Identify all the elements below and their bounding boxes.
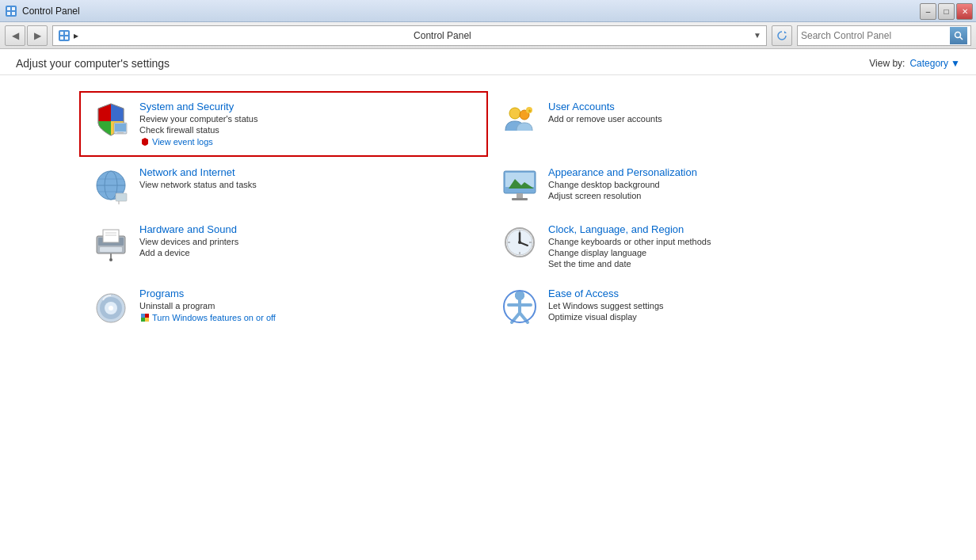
svg-line-12 (960, 36, 963, 40)
system-security-link[interactable]: View event logs (139, 136, 257, 147)
refresh-button[interactable] (772, 25, 792, 46)
svg-rect-4 (12, 12, 15, 15)
category-network[interactable]: Network and Internet View network status… (79, 157, 488, 214)
svg-point-20 (509, 108, 520, 119)
address-section[interactable]: ▸ Control Panel ▼ (52, 25, 767, 46)
clock-icon (501, 223, 539, 261)
category-clock[interactable]: Clock, Language, and Region Change keybo… (488, 214, 897, 278)
content-header: Adjust your computer's settings View by:… (0, 49, 976, 75)
svg-rect-59 (141, 314, 145, 318)
system-security-desc1[interactable]: Review your computer's status (139, 114, 257, 124)
svg-rect-62 (145, 318, 149, 322)
address-bar-icon (58, 29, 71, 42)
windows-features-icon (139, 312, 151, 323)
network-icon (92, 166, 130, 204)
clock-text: Clock, Language, and Region Change keybo… (548, 223, 711, 269)
system-security-desc2[interactable]: Check firewall status (139, 125, 257, 135)
clock-desc3[interactable]: Set the time and date (548, 259, 711, 269)
user-accounts-title[interactable]: User Accounts (548, 101, 662, 112)
clock-desc2[interactable]: Change display language (548, 248, 711, 257)
network-title[interactable]: Network and Internet (139, 166, 257, 178)
svg-text:★: ★ (528, 109, 532, 113)
clock-title[interactable]: Clock, Language, and Region (548, 223, 711, 235)
hardware-desc2[interactable]: Add a device (139, 248, 238, 257)
ease-of-access-desc1[interactable]: Let Windows suggest settings (548, 301, 664, 310)
ease-of-access-icon (501, 288, 539, 326)
hardware-icon (92, 223, 130, 261)
user-accounts-icon: ★ (501, 101, 539, 139)
window-title: Control Panel (22, 6, 80, 17)
view-event-logs-icon (139, 136, 151, 147)
category-hardware[interactable]: Hardware and Sound View devices and prin… (79, 214, 488, 278)
svg-rect-39 (100, 247, 122, 252)
view-by: View by: Category ▼ (869, 58, 960, 69)
maximize-button[interactable]: □ (938, 3, 955, 20)
svg-point-58 (109, 306, 113, 310)
ease-of-access-title[interactable]: Ease of Access (548, 288, 664, 299)
svg-point-11 (955, 32, 961, 37)
window-controls: – □ ✕ (920, 3, 973, 20)
title-bar: Control Panel – □ ✕ (0, 0, 976, 22)
programs-link[interactable]: Turn Windows features on or off (139, 312, 276, 323)
programs-text: Programs Uninstall a program Turn Window… (139, 288, 276, 323)
category-appearance[interactable]: Appearance and Personalization Change de… (488, 157, 897, 214)
svg-point-50 (518, 241, 521, 244)
address-control-panel: Control Panel (414, 30, 750, 41)
appearance-desc1[interactable]: Change desktop background (548, 180, 697, 189)
svg-rect-15 (98, 121, 111, 139)
programs-icon (92, 288, 130, 326)
search-button[interactable] (950, 27, 967, 44)
main-content: Adjust your computer's settings View by:… (0, 49, 976, 560)
svg-rect-60 (145, 314, 149, 318)
view-by-arrow: ▼ (951, 58, 960, 69)
view-by-dropdown[interactable]: Category ▼ (909, 58, 960, 69)
adjust-settings-label: Adjust your computer's settings (16, 57, 170, 70)
appearance-title[interactable]: Appearance and Personalization (548, 166, 697, 178)
clock-desc1[interactable]: Change keyboards or other input methods (548, 237, 711, 246)
svg-rect-19 (117, 132, 124, 134)
user-accounts-desc1[interactable]: Add or remove user accounts (548, 114, 662, 124)
system-security-icon (92, 101, 130, 139)
svg-rect-3 (7, 12, 10, 15)
category-system-security[interactable]: System and Security Review your computer… (79, 91, 488, 157)
hardware-desc1[interactable]: View devices and printers (139, 237, 238, 246)
svg-rect-18 (115, 124, 126, 131)
close-button[interactable]: ✕ (956, 3, 973, 20)
category-user-accounts[interactable]: ★ User Accounts Add or remove user accou… (488, 91, 897, 157)
svg-rect-2 (12, 7, 15, 10)
address-dropdown-arrow[interactable]: ▼ (753, 31, 761, 40)
appearance-text: Appearance and Personalization Change de… (548, 166, 697, 200)
network-text: Network and Internet View network status… (139, 166, 257, 189)
programs-title[interactable]: Programs (139, 288, 276, 299)
svg-rect-61 (141, 318, 145, 322)
hardware-text: Hardware and Sound View devices and prin… (139, 223, 238, 257)
appearance-desc2[interactable]: Adjust screen resolution (548, 191, 697, 200)
search-box[interactable] (797, 25, 971, 46)
system-security-title[interactable]: System and Security (139, 101, 257, 112)
svg-rect-7 (65, 32, 68, 35)
ease-of-access-text: Ease of Access Let Windows suggest setti… (548, 288, 664, 322)
back-button[interactable]: ◀ (5, 25, 25, 46)
category-ease-of-access[interactable]: Ease of Access Let Windows suggest setti… (488, 278, 897, 335)
svg-point-44 (109, 258, 112, 261)
title-bar-icon (5, 5, 17, 17)
hardware-title[interactable]: Hardware and Sound (139, 223, 238, 235)
network-desc1[interactable]: View network status and tasks (139, 180, 257, 189)
category-programs[interactable]: Programs Uninstall a program Turn Window… (79, 278, 488, 335)
minimize-button[interactable]: – (920, 3, 936, 20)
svg-marker-10 (784, 31, 787, 33)
address-bar: ◀ ▶ ▸ Control Panel ▼ (0, 22, 976, 49)
system-security-text: System and Security Review your computer… (139, 101, 257, 147)
svg-rect-8 (60, 36, 63, 40)
categories-grid: System and Security Review your computer… (0, 75, 976, 351)
programs-desc1[interactable]: Uninstall a program (139, 301, 276, 310)
view-by-label: View by: (869, 58, 905, 69)
nav-buttons: ◀ ▶ (5, 25, 48, 46)
search-input[interactable] (801, 30, 950, 41)
forward-button[interactable]: ▶ (27, 25, 48, 46)
svg-rect-40 (103, 230, 119, 242)
appearance-icon (501, 166, 539, 204)
ease-of-access-desc2[interactable]: Optimize visual display (548, 312, 664, 322)
svg-rect-36 (512, 198, 528, 200)
user-accounts-text: User Accounts Add or remove user account… (548, 101, 662, 124)
